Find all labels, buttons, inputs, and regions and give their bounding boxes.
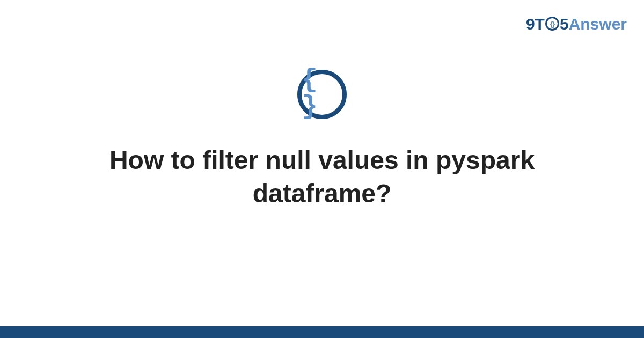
footer-bar — [0, 326, 644, 338]
code-braces-icon: { } — [297, 70, 347, 119]
logo-text-answer: Answer — [569, 15, 627, 33]
site-logo: 9T {} 5 Answer — [526, 15, 627, 33]
logo-ring-braces: {} — [550, 20, 554, 28]
main-content: { } How to filter null values in pyspark… — [0, 70, 644, 211]
logo-text-9t: 9T — [526, 15, 545, 33]
logo-ring-icon: {} — [545, 17, 559, 31]
braces-glyph: { } — [302, 67, 342, 120]
logo-text-5: 5 — [560, 15, 569, 33]
page-title: How to filter null values in pyspark dat… — [54, 144, 590, 211]
